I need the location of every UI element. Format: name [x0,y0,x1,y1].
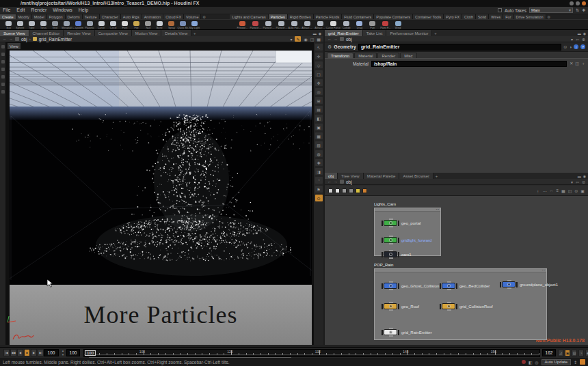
shelf-tab-pyro-fx[interactable]: Pyro FX [444,14,462,19]
scope-icon[interactable]: ◿ [558,350,563,356]
node-body[interactable] [384,283,397,289]
shelf-tab-texture[interactable]: Texture [83,14,100,19]
new-tab-button[interactable]: + [191,30,198,36]
current-frame-field[interactable]: 100 [44,349,59,356]
realtime-toggle-icon[interactable]: ▣ [565,350,570,356]
param-tab-render[interactable]: Render [377,53,399,58]
network-options-icon[interactable]: ▣ [580,188,585,193]
back-arrow-icon[interactable]: ← [328,180,332,184]
tool-spray[interactable]: Spray [165,20,177,29]
take-spinner-icon[interactable]: ⇅ [576,8,579,12]
tool-attract[interactable]: Attract ... [301,20,314,29]
gear-icon[interactable]: ⚙ [546,14,552,19]
move-icon[interactable] [1,60,5,64]
render-flag[interactable] [398,252,399,257]
tool-l-system[interactable]: L-system [72,20,84,29]
tool-grid[interactable]: Grid [49,20,61,29]
forward-arrow-icon[interactable]: → [334,37,338,41]
audio-icon[interactable]: ◔ [578,350,584,356]
active-tool-icon[interactable]: ⊙ [315,195,323,201]
open-chooser-icon[interactable]: ＋ [581,61,585,67]
pane-tab-channel-editor[interactable]: Channel Editor [29,30,64,36]
tool-box[interactable]: Box [3,20,14,29]
maximize-button[interactable] [576,1,580,5]
render-flag[interactable] [398,221,399,226]
node-chip[interactable] [382,303,399,309]
tool-null[interactable]: Null [142,20,154,29]
display-flag[interactable] [382,238,383,243]
network-box-lights-cam[interactable]: Lights_Cam▪ ▪geo_portalgridlight_forward… [374,202,441,256]
view-tool-icon[interactable]: ◎ [315,88,323,95]
shelf-tab-volume[interactable]: Volume [184,14,201,19]
shelf-tab-cloud-fx[interactable]: Cloud FX [163,14,184,19]
normals-display-icon[interactable]: ◨ [315,168,323,175]
menu-windows[interactable]: Windows [53,8,72,12]
path-node[interactable]: grid_RainEmitter [39,37,72,42]
tool-quick-sh[interactable]: Quick Sh. [177,20,189,29]
render-flag[interactable] [456,304,457,309]
tool-sky-light[interactable]: Sky Light [189,20,200,29]
cook-indicator-icon[interactable]: ◎ [535,360,538,365]
shelf-tab-populate-containers[interactable]: Populate Containers [374,14,413,19]
pane-tab-composite-view[interactable]: Composite View [95,30,132,36]
network-box-body[interactable]: ▪ ▪geo_portalgridlight_forwardcam1 [374,208,441,256]
range-end-field[interactable]: 162 [542,349,556,356]
tool-curve[interactable]: Curve [96,20,107,29]
shade-mode-icon[interactable]: ◧ [315,115,323,122]
tool-auto-par[interactable]: Auto Par... [288,20,301,29]
display-flag[interactable] [382,304,383,309]
viewport-3d-scene[interactable] [10,51,312,285]
menu-help[interactable]: Help [79,8,88,12]
node-label[interactable]: geo_BedCollider [459,284,490,288]
node-groundplane-object1[interactable]: groundplane_object1 [500,281,558,287]
param-tab-material[interactable]: Material [354,53,377,58]
brush-icon[interactable] [1,68,5,71]
pane-tab-take-list[interactable]: Take List [363,30,387,36]
tool-metaball[interactable]: Metaball [61,20,72,29]
auto-takes-checkbox[interactable] [498,8,502,12]
node-body[interactable] [502,281,516,287]
node-body[interactable] [384,303,397,309]
undo-arrow-icon[interactable]: ⇦ [576,37,579,42]
node-grid-collisionroof[interactable]: grid_CollisionRoof [440,303,493,309]
previous-keyframe-button[interactable]: ◀◀ [10,349,16,356]
display-flag[interactable] [382,283,383,289]
pane-tab-material-palette[interactable]: Material Palette [364,173,400,179]
node-chip[interactable] [382,220,399,226]
render-flag[interactable] [398,304,399,309]
new-tab-button[interactable]: + [432,30,438,36]
shelf-tab-modify[interactable]: Modify [16,14,32,19]
node-gridlight-forward[interactable]: gridlight_forward [382,237,431,243]
node-chip[interactable] [382,329,399,335]
menu-render[interactable]: Render [31,8,46,12]
tool-attract[interactable]: Attract ... [314,20,327,29]
ghost-objects-icon[interactable]: ◍ [315,150,323,157]
tool-point-f[interactable]: Point F... [379,20,392,29]
node-label[interactable]: gridlight_forward [401,238,431,242]
node-chooser-icon[interactable]: ◫ [575,61,579,67]
color-orange-icon[interactable] [362,188,367,193]
tool-file[interactable]: File [131,20,142,29]
back-arrow-icon[interactable]: ← [3,37,7,41]
display-flag[interactable] [382,330,383,335]
range-start-field[interactable]: 100 [66,349,80,356]
tool-bone[interactable]: Bone [154,20,165,29]
node-label[interactable]: geo_portal [401,221,420,225]
node-body[interactable] [384,220,397,226]
auto-update-selector[interactable]: Auto Update [542,359,571,365]
playhead[interactable]: 100 [85,350,96,356]
pane-tab-details-view[interactable]: Details View [161,30,191,36]
display-flag[interactable] [500,282,501,287]
tool-particle[interactable]: Particle ... [249,20,262,29]
pane-menu-icon[interactable]: ◉ [319,31,321,36]
undo-arrow-icon[interactable]: ⇦ [576,180,579,184]
shelf-tab-lights-and-cameras[interactable]: Lights and Cameras [230,14,268,19]
shelf-tab-fur[interactable]: Fur [503,14,513,19]
node-body[interactable] [442,303,455,309]
display-flag[interactable] [382,221,383,226]
node-body[interactable] [384,251,397,257]
render-flag[interactable] [456,283,457,289]
select-mode-icon[interactable]: ▾ [290,37,292,42]
range-toggle-icons[interactable]: ▲▼ [60,349,66,356]
stop-button[interactable]: ■ [24,349,30,356]
